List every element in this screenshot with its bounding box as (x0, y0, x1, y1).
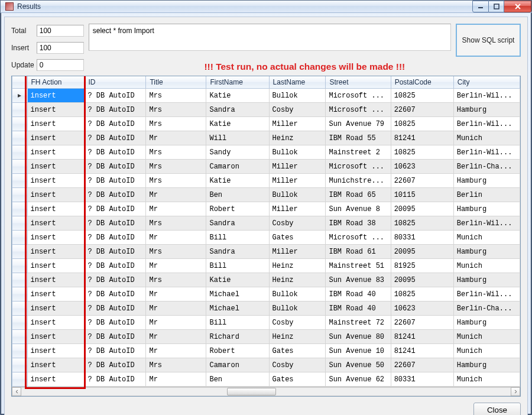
table-cell[interactable]: Mrs (146, 117, 206, 131)
table-cell[interactable]: 10115 (391, 188, 453, 202)
table-cell[interactable]: Hamburg (453, 174, 520, 188)
titlebar[interactable]: Results (1, 1, 531, 13)
table-cell[interactable]: Heinz (269, 131, 326, 145)
table-cell[interactable]: Mainstreet 51 (326, 259, 391, 273)
table-cell[interactable]: Sun Avenue 62 (326, 372, 391, 387)
table-cell[interactable]: 10825 (391, 89, 453, 103)
table-cell[interactable]: ? DB AutoID (85, 316, 146, 330)
table-cell[interactable]: Richard (206, 330, 269, 344)
table-cell[interactable]: insert (27, 245, 85, 259)
table-cell[interactable]: Mr (146, 131, 206, 145)
table-row[interactable]: insert? DB AutoIDMrBenBullokIBM Road 651… (12, 188, 520, 202)
table-cell[interactable]: Hamburg (453, 273, 520, 287)
table-cell[interactable]: ? DB AutoID (85, 202, 146, 216)
table-cell[interactable]: Katie (206, 273, 269, 287)
table-cell[interactable]: Miller (269, 245, 326, 259)
row-header[interactable] (12, 202, 28, 216)
table-row[interactable]: insert? DB AutoIDMrBenGatesSun Avenue 62… (12, 372, 520, 387)
table-cell[interactable]: Munich (453, 231, 520, 245)
table-cell[interactable]: Sandy (206, 145, 269, 160)
table-cell[interactable]: Bullok (269, 287, 326, 301)
table-cell[interactable]: insert (27, 117, 85, 131)
table-row[interactable]: insert? DB AutoIDMrRichardHeinzSun Avenu… (12, 330, 520, 344)
table-cell[interactable]: 22607 (391, 358, 453, 372)
table-cell[interactable]: ? DB AutoID (85, 174, 146, 188)
table-cell[interactable]: Sun Avenue 83 (326, 273, 391, 287)
table-cell[interactable]: 10825 (391, 216, 453, 231)
table-cell[interactable]: Mr (146, 330, 206, 344)
table-cell[interactable]: IBM Road 38 (326, 216, 391, 231)
table-cell[interactable]: Mr (146, 301, 206, 316)
table-row[interactable]: insert? DB AutoIDMrsKatieMillerMunichstr… (12, 174, 520, 188)
table-cell[interactable]: Sandra (206, 245, 269, 259)
show-sql-script-button[interactable]: Show SQL script (456, 24, 521, 57)
table-cell[interactable]: IBM Road 65 (326, 188, 391, 202)
row-header[interactable] (12, 145, 28, 160)
table-cell[interactable]: IBM Road 55 (326, 131, 391, 145)
table-cell[interactable]: Bullok (269, 89, 326, 103)
table-cell[interactable]: insert (27, 259, 85, 273)
table-cell[interactable]: Michael (206, 287, 269, 301)
table-cell[interactable]: Microsoft ... (326, 89, 391, 103)
table-cell[interactable]: 22607 (391, 174, 453, 188)
table-cell[interactable]: Sun Avenue 79 (326, 117, 391, 131)
table-cell[interactable]: insert (27, 145, 85, 160)
table-cell[interactable]: Munich (453, 259, 520, 273)
table-cell[interactable]: Cosby (269, 316, 326, 330)
table-cell[interactable]: 10623 (391, 301, 453, 316)
row-header[interactable]: ▸ (12, 89, 28, 103)
table-cell[interactable]: ? DB AutoID (85, 231, 146, 245)
row-header[interactable] (12, 216, 28, 231)
table-cell[interactable]: Sun Avenue 10 (326, 344, 391, 358)
scrollbar-track[interactable] (21, 387, 511, 396)
table-cell[interactable]: Michael (206, 301, 269, 316)
table-cell[interactable]: Berlin-Wil... (453, 117, 520, 131)
table-cell[interactable]: ? DB AutoID (85, 287, 146, 301)
table-cell[interactable]: Katie (206, 89, 269, 103)
table-cell[interactable]: insert (27, 188, 85, 202)
table-cell[interactable]: Mrs (146, 160, 206, 174)
row-header[interactable] (12, 316, 28, 330)
table-row[interactable]: insert? DB AutoIDMrsSandraCosbyMicrosoft… (12, 103, 520, 117)
table-cell[interactable]: Sun Avenue 80 (326, 330, 391, 344)
table-cell[interactable]: ? DB AutoID (85, 131, 146, 145)
table-cell[interactable]: Mr (146, 231, 206, 245)
table-cell[interactable]: Munich (453, 372, 520, 387)
table-cell[interactable]: insert (27, 330, 85, 344)
table-cell[interactable]: Berlin-Wil... (453, 89, 520, 103)
table-row[interactable]: insert? DB AutoIDMrBillCosbyMainstreet 7… (12, 316, 520, 330)
table-cell[interactable]: ? DB AutoID (85, 103, 146, 117)
table-row[interactable]: insert? DB AutoIDMrRobertMillerSun Avenu… (12, 202, 520, 216)
table-row[interactable]: insert? DB AutoIDMrBillHeinzMainstreet 5… (12, 259, 520, 273)
table-cell[interactable]: Gates (269, 231, 326, 245)
table-cell[interactable]: Microsoft ... (326, 231, 391, 245)
table-row[interactable]: insert? DB AutoIDMrMichaelBullokIBM Road… (12, 301, 520, 316)
table-cell[interactable]: ? DB AutoID (85, 330, 146, 344)
table-cell[interactable]: Hamburg (453, 103, 520, 117)
table-row[interactable]: insert? DB AutoIDMrRobertGatesSun Avenue… (12, 344, 520, 358)
table-cell[interactable]: Katie (206, 117, 269, 131)
table-cell[interactable]: Mr (146, 372, 206, 387)
table-cell[interactable]: 10825 (391, 287, 453, 301)
table-cell[interactable]: ? DB AutoID (85, 273, 146, 287)
row-header[interactable] (12, 330, 28, 344)
table-row[interactable]: insert? DB AutoIDMrsSandyBullokMainstree… (12, 145, 520, 160)
scroll-left-arrow[interactable] (12, 387, 21, 396)
table-cell[interactable]: Cosby (269, 358, 326, 372)
table-cell[interactable]: Bullok (269, 188, 326, 202)
table-cell[interactable]: 81241 (391, 131, 453, 145)
table-cell[interactable]: ? DB AutoID (85, 89, 146, 103)
table-cell[interactable]: Hamburg (453, 316, 520, 330)
column-header[interactable]: City (453, 76, 520, 89)
column-header[interactable]: LastName (269, 76, 326, 89)
table-cell[interactable]: insert (27, 202, 85, 216)
table-cell[interactable]: ? DB AutoID (85, 216, 146, 231)
row-header[interactable] (12, 103, 28, 117)
table-cell[interactable]: Mr (146, 188, 206, 202)
table-cell[interactable]: Bullok (269, 145, 326, 160)
table-cell[interactable]: insert (27, 372, 85, 387)
table-cell[interactable]: Mr (146, 259, 206, 273)
window-close-button[interactable] (504, 1, 531, 12)
row-header[interactable] (12, 188, 28, 202)
table-cell[interactable]: ? DB AutoID (85, 372, 146, 387)
